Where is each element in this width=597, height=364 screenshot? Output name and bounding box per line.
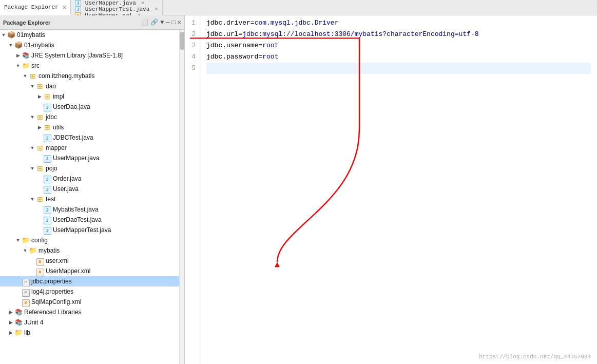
tree-item-user[interactable]: JUser.java [0,184,184,194]
code-line-1[interactable]: jdbc.driver=com.mysql.jdbc.Driver [206,17,591,29]
tree-label-usermappertest: UserMapperTest.java [53,226,111,234]
tree-item-order[interactable]: JOrder.java [0,174,184,184]
tree-label-mybatisfolder: mybatis [38,247,60,254]
tree-item-jdbc[interactable]: ▼⊞jdbc [0,112,184,122]
tree-icon-mybatistest: J [43,205,51,214]
tree-item-userdao[interactable]: JUserDao.java [0,102,184,112]
tab-close-1[interactable]: × [155,6,158,12]
tree-arrow-lib[interactable]: ▶ [7,330,14,335]
editor-tab-0[interactable]: JUserMapper.java× [71,0,162,6]
tree-arrow-src[interactable]: ▼ [14,63,22,68]
tree-arrow-pojo[interactable]: ▼ [29,166,36,171]
tree-item-userxml[interactable]: Xuser.xml [0,256,184,266]
tree-item-reflibs[interactable]: ▶📚Referenced Libraries [0,307,184,317]
tab-bar: Package Explorer ✕ JUserMapper.java×JUse… [0,0,597,15]
tree-arrow-mybatis[interactable]: ▼ [7,43,14,48]
tree-icon-jdbc: ⊞ [36,113,44,121]
tree-arrow-root[interactable]: ▼ [0,32,7,37]
tree-label-user: User.java [53,185,79,193]
tree-item-src[interactable]: ▼📁src [0,61,184,71]
line-num-3: 3 [189,40,196,51]
tree-label-log4j: log4j.properties [31,288,73,295]
tree-item-mapper[interactable]: ▼⊞mapper [0,143,184,153]
editor-content: 12345 jdbc.driver=com.mysql.jdbc.Driverj… [185,15,597,364]
tree-item-test[interactable]: ▼⊞test [0,194,184,204]
tree-icon-usermapper: J [43,154,51,162]
tree-arrow-mapper[interactable]: ▼ [29,145,36,150]
tree-label-src: src [31,62,40,69]
tree-icon-src: 📁 [22,62,30,70]
tree-item-config[interactable]: ▼📁config [0,235,184,245]
tree-arrow-mybatisfolder[interactable]: ▼ [22,248,29,253]
editor-tab-1[interactable]: JUserMapperTest.java× [71,6,162,12]
tree-icon-usermapperxml: X [36,267,44,275]
maximize-icon[interactable]: □ [172,19,176,26]
watermark: https://blog.csdn.net/qq_44757034 [479,354,591,360]
tree-icon-jre: 📚 [22,51,30,60]
tree-item-usermapperxml[interactable]: XUserMapper.xml [0,266,184,276]
package-explorer-tab[interactable]: Package Explorer ✕ [0,0,71,15]
close-icon[interactable]: ✕ [63,3,67,11]
code-line-4[interactable]: jdbc.password=root [206,51,591,63]
tree-label-test: test [46,196,55,203]
tree-icon-user: J [43,185,51,193]
tree-item-dao[interactable]: ▼⊞dao [0,81,184,91]
tree-item-mybatisfolder[interactable]: ▼📁mybatis [0,245,184,256]
tree-label-pojo: pojo [46,165,57,172]
tree-arrow-dao[interactable]: ▼ [29,84,36,89]
tree-item-mybatis[interactable]: ▼📦01-mybatis [0,40,184,50]
tree-item-usermappertest[interactable]: JUserMapperTest.java [0,225,184,235]
tree-arrow-config[interactable]: ▼ [14,238,22,243]
tree-label-junit4: JUnit 4 [24,319,43,326]
tree-item-jre[interactable]: ▶📚JRE System Library [JavaSE-1.8] [0,50,184,61]
tree-label-userxml: user.xml [46,257,69,264]
tree-item-jdbcprops[interactable]: Pjdbc.properties [0,276,184,286]
tree-label-config: config [31,237,48,244]
code-line-2[interactable]: jdbc.url=jdbc:mysql://localhost:3306/myb… [206,29,591,40]
tree-icon-junit4: 📚 [14,318,23,327]
tree-arrow-jre[interactable]: ▶ [14,53,22,58]
tree-arrow-utils[interactable]: ▶ [36,125,43,130]
tree-item-userdaotest[interactable]: JUserDaoTest.java [0,215,184,225]
tree-item-sqlmapconfig[interactable]: XSqlMapConfig.xml [0,297,184,307]
tab-close-0[interactable]: × [141,0,145,6]
tree-label-utils: utils [53,124,64,131]
tree-item-utils[interactable]: ▶⊞utils [0,122,184,132]
tree-arrow-com[interactable]: ▼ [22,73,29,79]
tree-label-lib: lib [24,329,30,336]
tree-item-pojo[interactable]: ▼⊞pojo [0,163,184,174]
tree-icon-dao: ⊞ [36,82,44,90]
tree-label-dao: dao [46,83,56,90]
tree-item-lib[interactable]: ▶📁lib [0,328,184,338]
tree-label-usermapper: UserMapper.java [53,155,100,162]
tree-icon-jdbcprops: P [22,277,30,285]
tree-icon-mybatisfolder: 📁 [29,246,37,255]
tab-label-1: UserMapperTest.java [85,6,149,12]
menu-icon[interactable]: ▼ [160,19,164,26]
link-icon[interactable]: 🔗 [150,18,158,26]
tree-item-root[interactable]: ▼📦01mybatis [0,30,184,40]
tree-arrow-reflibs[interactable]: ▶ [7,310,14,315]
tree-item-impl[interactable]: ▶⊞impl [0,91,184,102]
tree-icon-utils: ⊞ [43,123,51,131]
tree-item-com[interactable]: ▼⊞com.itzheng.mybatis [0,71,184,81]
collapse-icon[interactable]: ⬜ [141,18,148,26]
tree-item-usermapper[interactable]: JUserMapper.java [0,153,184,163]
tree-arrow-test[interactable]: ▼ [29,197,36,202]
code-line-5[interactable] [206,63,591,74]
tree-item-log4j[interactable]: Plog4j.properties [0,286,184,297]
minimize-icon[interactable]: — [166,19,169,26]
tree-arrow-junit4[interactable]: ▶ [7,320,14,325]
sidebar-close-icon[interactable]: ✕ [178,18,181,26]
code-lines[interactable]: jdbc.driver=com.mysql.jdbc.Driverjdbc.ur… [200,15,597,364]
tree-arrow-impl[interactable]: ▶ [36,94,43,99]
package-explorer-label: Package Explorer [4,4,59,10]
tree-item-mybatistest[interactable]: JMybatisTest.java [0,204,184,215]
tree-item-junit4[interactable]: ▶📚JUnit 4 [0,317,184,328]
tree-icon-order: J [43,175,51,183]
tree-item-jdbctest[interactable]: JJDBCTest.java [0,132,184,143]
sidebar: Package Explorer ⬜ 🔗 ▼ — □ ✕ ▼📦01mybatis… [0,15,185,364]
code-line-3[interactable]: jdbc.username=root [206,40,591,51]
tree-label-jdbctest: JDBCTest.java [53,134,93,141]
tree-arrow-jdbc[interactable]: ▼ [29,114,36,120]
